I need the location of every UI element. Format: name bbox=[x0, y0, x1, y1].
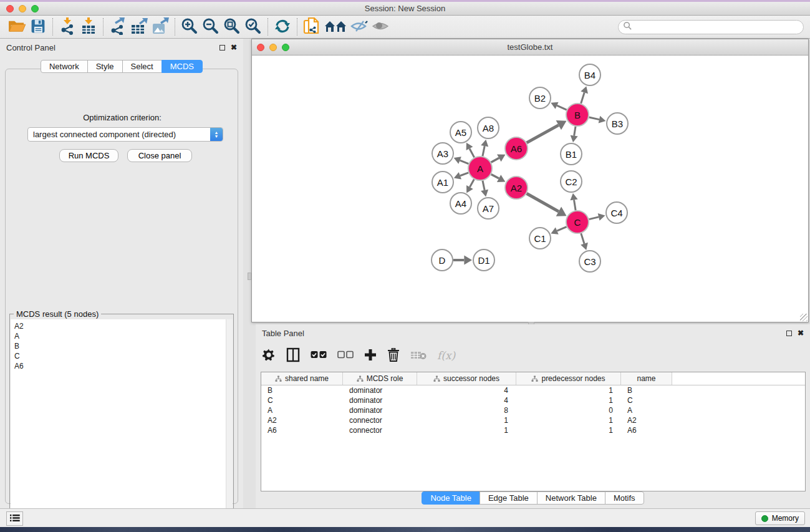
delete-table-button[interactable] bbox=[410, 346, 427, 365]
memory-button[interactable]: Memory bbox=[755, 511, 805, 525]
mcds-list-scrollbar[interactable] bbox=[226, 319, 233, 529]
network-resize-grip[interactable] bbox=[800, 314, 808, 321]
graph-arrowhead bbox=[481, 190, 488, 197]
quick-search[interactable] bbox=[618, 20, 804, 34]
create-column-button[interactable] bbox=[364, 346, 377, 365]
main-titlebar[interactable]: Session: New Session bbox=[0, 2, 810, 16]
control-panel-header: Control Panel ✖ bbox=[0, 39, 243, 56]
zoom-selected-button[interactable] bbox=[243, 17, 264, 37]
graph-edge-A-A6[interactable] bbox=[491, 158, 499, 162]
graph-edge-A-A3[interactable] bbox=[460, 160, 469, 164]
column-header-shared-name[interactable]: shared name bbox=[261, 372, 343, 385]
graph-edge-A-A5[interactable] bbox=[470, 148, 475, 157]
zoom-out-button[interactable] bbox=[200, 17, 221, 37]
mcds-result-list[interactable]: A2 A B C A6 bbox=[11, 319, 226, 529]
open-network-file-button[interactable] bbox=[301, 17, 322, 37]
delete-column-button[interactable] bbox=[387, 346, 400, 365]
graph-edge-C-C4[interactable] bbox=[589, 217, 599, 220]
zoom-selected-icon bbox=[244, 17, 262, 37]
graph-edge-C-C1[interactable] bbox=[557, 227, 566, 231]
tab-motifs[interactable]: Motifs bbox=[605, 491, 644, 505]
column-type-icon bbox=[275, 375, 282, 382]
toolbar-separator bbox=[52, 18, 53, 36]
mcds-result-item[interactable]: A6 bbox=[14, 361, 226, 371]
graph-edge-C-C3[interactable] bbox=[581, 233, 584, 244]
save-session-button[interactable] bbox=[27, 17, 49, 37]
zoom-in-button[interactable] bbox=[179, 17, 200, 37]
close-table-panel-icon[interactable]: ✖ bbox=[798, 329, 804, 337]
network-canvas[interactable]: AA6A2BCA5A8A3A1A4A7B2B4B3B1C2C4C1C3DD1 bbox=[252, 56, 808, 322]
export-image-button[interactable] bbox=[150, 17, 171, 37]
search-input[interactable] bbox=[632, 22, 803, 33]
mcds-result-item[interactable]: C bbox=[14, 351, 226, 361]
graph-edge-B-B2[interactable] bbox=[557, 105, 567, 110]
unselect-all-columns-button[interactable] bbox=[337, 346, 354, 365]
zoom-fit-icon bbox=[223, 17, 241, 37]
network-window-titlebar[interactable]: testGlobe.txt bbox=[252, 39, 808, 56]
plus-icon bbox=[364, 349, 377, 363]
optimization-criterion-dropdown[interactable]: largest connected component (directed) ▲… bbox=[27, 127, 223, 142]
column-type-icon bbox=[531, 375, 538, 382]
close-panel-button[interactable]: Close panel bbox=[127, 149, 192, 162]
graph-edge-A-A7[interactable] bbox=[483, 181, 485, 190]
table-row[interactable]: C dominator 4 1 C bbox=[261, 395, 805, 405]
column-header-successor-nodes[interactable]: successor nodes bbox=[417, 372, 516, 385]
export-table-button[interactable] bbox=[128, 17, 150, 37]
graph-edge-A2-C[interactable] bbox=[527, 193, 559, 211]
function-builder-button[interactable]: f(x) bbox=[437, 346, 455, 365]
select-all-columns-button[interactable] bbox=[311, 346, 327, 365]
tab-edge-table[interactable]: Edge Table bbox=[480, 491, 538, 505]
trash-icon bbox=[387, 348, 400, 364]
network-vscroll-thumb[interactable] bbox=[248, 273, 251, 280]
node-table: shared name MCDS role successor nodes pr… bbox=[261, 372, 806, 491]
tab-mcds[interactable]: MCDS bbox=[162, 60, 203, 73]
graph-edge-B-B3[interactable] bbox=[589, 117, 599, 120]
tab-style[interactable]: Style bbox=[87, 60, 123, 73]
graph-edge-B-B1[interactable] bbox=[574, 127, 576, 136]
column-header-name[interactable]: name bbox=[621, 372, 672, 385]
show-task-history-button[interactable] bbox=[6, 511, 23, 526]
import-table-button[interactable] bbox=[78, 17, 99, 37]
table-panel: Table Panel ✖ bbox=[256, 324, 810, 508]
mcds-result-item[interactable]: A2 bbox=[14, 321, 226, 331]
tab-select[interactable]: Select bbox=[122, 60, 162, 73]
home-view-button[interactable] bbox=[322, 17, 349, 37]
table-panel-tabs: Node Table Edge Table Network Table Moti… bbox=[256, 491, 810, 505]
tab-network-table[interactable]: Network Table bbox=[537, 491, 605, 505]
import-network-button[interactable] bbox=[57, 17, 78, 37]
zoom-fit-button[interactable] bbox=[221, 17, 243, 37]
export-network-button[interactable] bbox=[107, 17, 128, 37]
graph-edge-A-A2[interactable] bbox=[491, 174, 499, 178]
mcds-result-item[interactable]: A bbox=[14, 331, 226, 341]
graph-edge-A-A4[interactable] bbox=[470, 179, 474, 187]
column-header-predecessor-nodes[interactable]: predecessor nodes bbox=[516, 372, 621, 385]
open-session-button[interactable] bbox=[6, 17, 27, 37]
table-row[interactable]: A6 connector 1 1 A6 bbox=[261, 425, 805, 435]
tab-node-table[interactable]: Node Table bbox=[422, 491, 480, 505]
gear-icon bbox=[262, 348, 276, 364]
graph-node-label: A3 bbox=[437, 148, 448, 159]
run-mcds-button[interactable]: Run MCDS bbox=[59, 149, 118, 162]
graph-edge-B-B4[interactable] bbox=[581, 92, 584, 104]
refresh-button[interactable] bbox=[272, 17, 293, 37]
graph-edge-C-C2[interactable] bbox=[574, 200, 576, 210]
mcds-result-item[interactable]: B bbox=[14, 341, 226, 351]
hide-panels-button[interactable] bbox=[349, 17, 370, 37]
table-row[interactable]: A2 connector 1 1 A2 bbox=[261, 415, 805, 425]
column-header-mcds-role[interactable]: MCDS role bbox=[343, 372, 417, 385]
table-settings-button[interactable] bbox=[262, 346, 276, 365]
graph-edge-A6-B[interactable] bbox=[527, 125, 559, 143]
graph-edge-A-A8[interactable] bbox=[483, 146, 485, 156]
float-panel-icon[interactable] bbox=[219, 45, 225, 51]
table-row[interactable]: A dominator 8 0 A bbox=[261, 405, 805, 415]
float-table-panel-icon[interactable] bbox=[786, 331, 792, 336]
show-panels-button[interactable] bbox=[370, 17, 391, 37]
table-row[interactable]: B dominator 4 1 B bbox=[261, 385, 805, 395]
close-panel-icon[interactable]: ✖ bbox=[231, 44, 237, 51]
unchecked-boxes-icon bbox=[337, 351, 354, 360]
show-column-panel-button[interactable] bbox=[286, 346, 300, 365]
tab-network[interactable]: Network bbox=[41, 60, 88, 73]
eye-slash-icon bbox=[350, 19, 369, 36]
column-type-icon bbox=[433, 375, 440, 382]
graph-edge-A-A1[interactable] bbox=[460, 173, 468, 176]
